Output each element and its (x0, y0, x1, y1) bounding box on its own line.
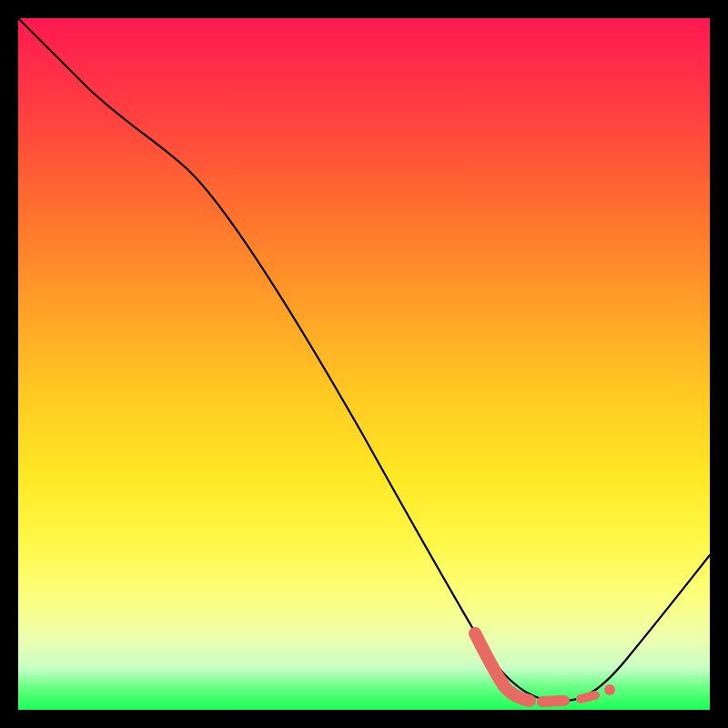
plot-area (18, 18, 710, 710)
bottleneck-curve (18, 18, 710, 701)
optimal-range-seg-2 (542, 701, 564, 702)
optimal-range-dot (604, 684, 615, 695)
optimal-range-seg-3 (581, 695, 595, 699)
curve-layer (18, 18, 710, 710)
optimal-range-seg-1 (475, 633, 530, 701)
chart-frame: TheBottleneck.com (18, 18, 710, 710)
